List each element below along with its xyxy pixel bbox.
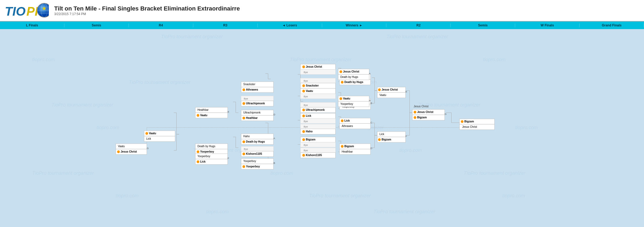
logo: TIO PRO [4, 2, 49, 19]
svg-point-55 [302, 130, 305, 133]
match-l-r3-2: Bye Ultrachipmonk [241, 96, 274, 106]
svg-text:B: B [371, 102, 372, 105]
svg-point-134 [243, 153, 245, 155]
svg-text:G: G [147, 147, 149, 150]
header: TIO PRO Tilt on Ten Mile - Final Singles [0, 0, 644, 22]
col-r4: R4 [129, 23, 193, 27]
svg-point-151 [197, 150, 199, 153]
svg-point-82 [378, 138, 381, 141]
svg-text:Athrawes: Athrawes [342, 125, 353, 128]
svg-text:Lick: Lick [200, 160, 206, 163]
svg-text:F: F [406, 135, 407, 137]
svg-point-145 [197, 114, 199, 117]
svg-text:Kishore1105: Kishore1105 [306, 154, 322, 157]
svg-text:B: B [274, 162, 275, 164]
svg-text:A: A [274, 137, 275, 140]
match-w-semis-1: Jesus Christ Vaatu E [377, 87, 407, 98]
svg-text:Heathbar: Heathbar [198, 108, 209, 111]
svg-point-11 [302, 66, 305, 68]
match-w-semis-2: Lick Bigzam F [377, 132, 407, 142]
svg-point-89 [414, 116, 416, 119]
match-w-r1-7: Bigzam Bye [301, 137, 336, 147]
svg-text:A: A [369, 72, 371, 75]
svg-text:Ultrachipmonk: Ultrachipmonk [306, 108, 325, 111]
page-subtitle: 3/22/2015 7:17:54 PM [54, 12, 240, 16]
svg-point-33 [302, 109, 305, 111]
svg-text:Yooperboy: Yooperboy [198, 155, 210, 158]
svg-text:Jesus Christ: Jesus Christ [121, 150, 137, 153]
col-losers: ◄ Losers [258, 23, 322, 27]
match-l-finals: Vaatu Jesus Christ G [116, 144, 149, 154]
svg-text:Vaatu: Vaatu [200, 114, 208, 117]
match-l-semis-1: Vaatu Lick [144, 131, 175, 142]
col-semis-l: Semis [64, 23, 129, 27]
svg-point-86 [414, 111, 416, 114]
svg-point-128 [243, 140, 245, 143]
svg-text:D: D [371, 147, 373, 150]
match-l-wr2-2: Vaatu Yooperboy B [338, 96, 371, 107]
svg-text:Bye: Bye [304, 104, 308, 106]
svg-text:Haho: Haho [306, 130, 313, 133]
svg-text:Bye: Bye [304, 71, 308, 74]
svg-text:Bigzam: Bigzam [345, 145, 354, 148]
svg-text:Kishore1105: Kishore1105 [246, 152, 262, 155]
svg-text:Vaatu: Vaatu [380, 94, 386, 97]
svg-text:Death by Hugs: Death by Hugs [340, 75, 358, 78]
svg-point-42 [378, 88, 381, 91]
svg-text:Bigzam: Bigzam [417, 116, 427, 119]
svg-text:Death by Hugs: Death by Hugs [246, 140, 265, 143]
match-l-r3-6: Yooperboy Yooperboy B [241, 159, 275, 169]
svg-text:Jesus Christ: Jesus Christ [462, 125, 477, 128]
svg-point-64 [302, 138, 305, 141]
svg-point-117 [243, 102, 245, 105]
svg-text:Bye: Bye [304, 120, 308, 123]
match-l-r3-5: Bye Kishore1105 [241, 146, 274, 157]
svg-point-122 [243, 117, 245, 119]
svg-text:Bye: Bye [304, 95, 308, 98]
svg-text:Jesus Christ: Jesus Christ [343, 70, 360, 73]
match-w-r1-8: Bye Kishore1105 [301, 148, 336, 158]
svg-text:Snackster: Snackster [306, 84, 319, 87]
svg-text:Bigzam: Bigzam [464, 120, 474, 123]
match-w-r1-2: Bye Snackster [301, 78, 336, 88]
svg-text:Bye: Bye [304, 125, 308, 128]
svg-text:G: G [445, 113, 447, 115]
svg-text:Jesus Christ: Jesus Christ [414, 105, 429, 108]
match-w-r1-4: Bye Ultrachipmonk [301, 102, 336, 113]
col-winners: Winners ► [322, 23, 387, 27]
svg-text:Vaatu: Vaatu [118, 145, 125, 148]
col-l-finals: L Finals [0, 23, 64, 27]
svg-point-112 [243, 88, 245, 91]
svg-text:Bye: Bye [304, 149, 308, 152]
match-l-r3-1: Snackster Athrawes [241, 82, 274, 92]
svg-text:Lick: Lick [306, 114, 311, 117]
match-l-r3-4: Haho Death by Hugs A [241, 134, 275, 145]
svg-text:Bye: Bye [304, 80, 308, 82]
svg-text:Yooperboy: Yooperboy [200, 150, 214, 153]
svg-text:Yooperboy: Yooperboy [246, 165, 260, 168]
svg-text:Bigzam: Bigzam [306, 138, 316, 141]
col-r3: R3 [193, 23, 258, 27]
svg-text:Bigzam: Bigzam [382, 138, 391, 141]
svg-text:Bye: Bye [244, 148, 248, 150]
svg-text:Haho: Haho [243, 135, 250, 138]
svg-point-74 [341, 145, 344, 148]
svg-point-160 [146, 132, 148, 135]
match-w-r2-3: Lick Athrawes C [340, 118, 373, 129]
svg-text:Lick: Lick [146, 137, 151, 140]
svg-text:Yooperboy: Yooperboy [243, 160, 256, 163]
svg-text:E: E [228, 111, 229, 113]
svg-text:Ultrachipmonk: Ultrachipmonk [246, 102, 265, 105]
svg-point-156 [197, 160, 199, 163]
match-w-r2-4: Bigzam Heathbar D [340, 144, 373, 154]
match-w-finals-label: Jesus Christ [414, 105, 429, 108]
svg-text:Lick: Lick [345, 119, 350, 122]
svg-text:Bye: Bye [244, 97, 248, 100]
svg-text:Athrawes: Athrawes [246, 88, 258, 91]
svg-text:Ultrachipmonk: Ultrachipmonk [243, 111, 261, 114]
page-title: Tilt on Ten Mile - Final Singles Bracket… [54, 5, 240, 12]
svg-text:Lick: Lick [380, 133, 385, 136]
svg-text:D: D [274, 113, 275, 116]
svg-text:Bye: Bye [304, 144, 308, 146]
svg-text:C: C [371, 121, 373, 124]
